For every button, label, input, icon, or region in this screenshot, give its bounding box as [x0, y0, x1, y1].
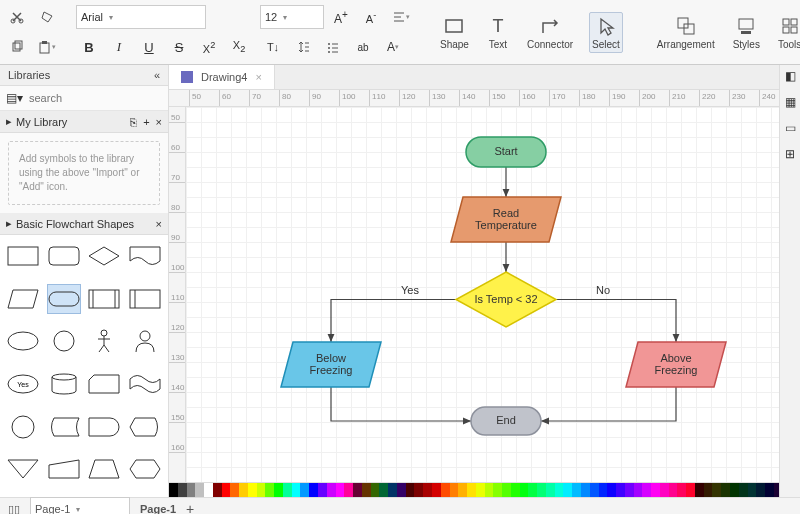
italic-button[interactable]: I	[106, 34, 132, 60]
bullet-list-button[interactable]	[320, 34, 346, 60]
collapse-icon[interactable]: «	[154, 69, 160, 81]
page-select[interactable]: Page-1▾	[30, 497, 130, 514]
color-swatch[interactable]	[493, 483, 502, 497]
color-swatch[interactable]	[432, 483, 441, 497]
canvas[interactable]: YesNoStartReadTemperatureIs Temp < 32Bel…	[186, 107, 800, 482]
color-swatch[interactable]	[748, 483, 757, 497]
color-swatch[interactable]	[450, 483, 459, 497]
color-swatch[interactable]	[397, 483, 406, 497]
shape-delay[interactable]	[87, 412, 122, 442]
color-swatch[interactable]	[528, 483, 537, 497]
shape-stored-data[interactable]	[47, 412, 82, 442]
color-swatch[interactable]	[300, 483, 309, 497]
color-swatch[interactable]	[195, 483, 204, 497]
color-swatch[interactable]	[686, 483, 695, 497]
shape-document[interactable]	[128, 241, 163, 271]
color-swatch[interactable]	[379, 483, 388, 497]
add-page-button[interactable]: +	[186, 501, 194, 514]
color-swatch[interactable]	[222, 483, 231, 497]
paste-button[interactable]: ▾	[34, 34, 60, 60]
shape-card[interactable]	[87, 369, 122, 399]
color-swatch[interactable]	[546, 483, 555, 497]
line-spacing-button[interactable]	[290, 34, 316, 60]
color-swatch[interactable]	[563, 483, 572, 497]
color-swatch[interactable]	[572, 483, 581, 497]
shape-terminator[interactable]	[47, 284, 82, 314]
color-swatch[interactable]	[239, 483, 248, 497]
color-swatch[interactable]	[704, 483, 713, 497]
color-swatch[interactable]	[309, 483, 318, 497]
underline-button[interactable]: U	[136, 34, 162, 60]
color-swatch[interactable]	[467, 483, 476, 497]
cut-button[interactable]	[4, 4, 30, 30]
superscript-button[interactable]: X2	[196, 34, 222, 60]
import-icon[interactable]: ⎘	[130, 116, 137, 128]
color-swatch[interactable]	[458, 483, 467, 497]
search-input[interactable]	[27, 90, 169, 106]
color-swatch[interactable]	[353, 483, 362, 497]
color-swatch[interactable]	[187, 483, 196, 497]
shape-predefined[interactable]	[87, 284, 122, 314]
shape-roundrect[interactable]	[47, 241, 82, 271]
font-family-select[interactable]: Arial▾	[76, 5, 206, 29]
color-swatch[interactable]	[765, 483, 774, 497]
close-tab-icon[interactable]: ×	[255, 71, 261, 83]
shape-tape[interactable]	[128, 369, 163, 399]
color-swatch[interactable]	[581, 483, 590, 497]
color-swatch[interactable]	[344, 483, 353, 497]
bold-button[interactable]: B	[76, 34, 102, 60]
color-swatch[interactable]	[695, 483, 704, 497]
paint-format-button[interactable]	[34, 4, 60, 30]
styles-tool[interactable]: Styles	[731, 13, 762, 52]
color-swatch[interactable]	[213, 483, 222, 497]
color-swatch[interactable]	[590, 483, 599, 497]
close-section-icon[interactable]: ×	[156, 116, 162, 128]
font-size-select[interactable]: 12▾	[260, 5, 324, 29]
color-swatch[interactable]	[362, 483, 371, 497]
color-swatch[interactable]	[520, 483, 529, 497]
document-tab[interactable]: Drawing4 ×	[169, 65, 275, 89]
color-swatch[interactable]	[511, 483, 520, 497]
shape-parallelogram[interactable]	[6, 284, 41, 314]
shapes-header[interactable]: ▸Basic Flowchart Shapes ×	[0, 213, 168, 235]
tools-menu[interactable]: Tools	[776, 13, 800, 52]
color-swatch[interactable]	[274, 483, 283, 497]
color-swatch[interactable]	[388, 483, 397, 497]
color-swatch[interactable]	[327, 483, 336, 497]
color-swatch[interactable]	[712, 483, 721, 497]
shape-annotation[interactable]: Yes	[6, 369, 41, 399]
shape-tool[interactable]: Shape	[438, 13, 471, 52]
subscript-button[interactable]: X2	[226, 34, 252, 60]
color-swatch[interactable]	[485, 483, 494, 497]
color-swatch[interactable]	[660, 483, 669, 497]
color-swatch[interactable]	[248, 483, 257, 497]
color-swatch[interactable]	[292, 483, 301, 497]
shape-diamond[interactable]	[87, 241, 122, 271]
close-section-icon[interactable]: ×	[156, 218, 162, 230]
color-swatch[interactable]	[178, 483, 187, 497]
text-tool[interactable]: T Text	[485, 13, 511, 52]
color-swatch[interactable]	[730, 483, 739, 497]
select-tool[interactable]: Select	[589, 12, 623, 53]
shape-circle2[interactable]	[6, 412, 41, 442]
text-case-button[interactable]: T↓	[260, 34, 286, 60]
color-swatch[interactable]	[371, 483, 380, 497]
color-swatch[interactable]	[336, 483, 345, 497]
shape-manual-input[interactable]	[47, 454, 82, 484]
panel-tool-2[interactable]: ▦	[783, 107, 797, 109]
shape-display[interactable]	[128, 412, 163, 442]
color-swatch[interactable]	[502, 483, 511, 497]
align-button[interactable]: ▾	[388, 4, 414, 30]
color-swatch[interactable]	[318, 483, 327, 497]
shape-actor[interactable]	[87, 326, 122, 356]
panel-tool-3[interactable]: ▭	[783, 121, 797, 135]
color-swatch[interactable]	[169, 483, 178, 497]
page-tab[interactable]: Page-1	[140, 503, 176, 514]
color-swatch[interactable]	[616, 483, 625, 497]
color-swatch[interactable]	[423, 483, 432, 497]
increase-font-button[interactable]: A+	[328, 4, 354, 30]
color-swatch[interactable]	[634, 483, 643, 497]
color-swatch[interactable]	[257, 483, 266, 497]
color-swatch[interactable]	[265, 483, 274, 497]
shape-ellipse[interactable]	[6, 326, 41, 356]
